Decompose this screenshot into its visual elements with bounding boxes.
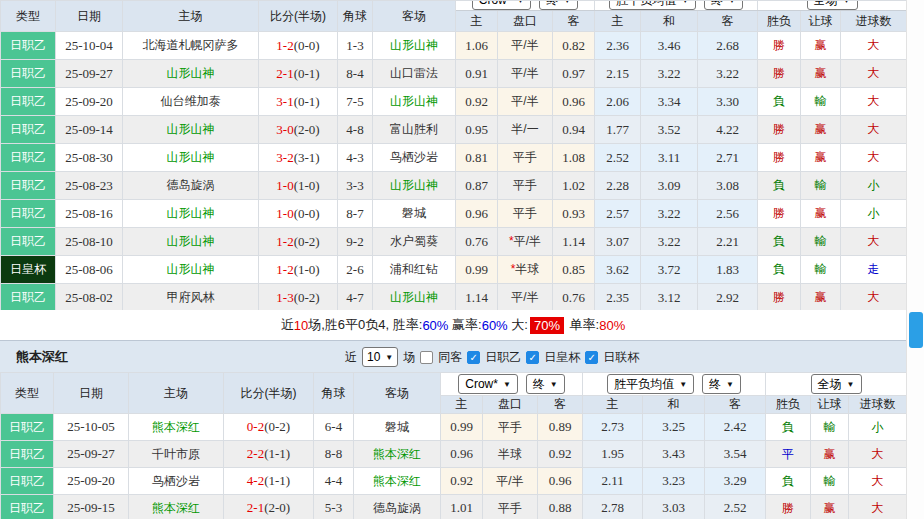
- handicap-line-cell: *半球: [498, 256, 553, 284]
- home-team-link[interactable]: 仙台维加泰: [123, 88, 259, 116]
- final-odds-select[interactable]: 终▼: [539, 1, 578, 10]
- avg-home-cell: 2.73: [583, 414, 643, 441]
- avg-odds-select[interactable]: 胜平负均值▼: [609, 1, 696, 10]
- fulltime-score: 1-2: [276, 38, 293, 53]
- avg-away-cell: 2.21: [698, 228, 758, 256]
- corners-cell: 5-3: [314, 495, 354, 519]
- home-team-link[interactable]: 山形山神: [123, 228, 259, 256]
- scrollbar-thumb[interactable]: [909, 312, 923, 348]
- table-row: 日职乙25-10-05熊本深红0-2(0-2)6-4磐城0.99平手0.892.…: [1, 414, 907, 441]
- line-text: 半球: [515, 262, 539, 276]
- handicap-line-cell: 半/一: [498, 116, 553, 144]
- away-odds-cell: 0.96: [553, 88, 595, 116]
- line-text: 平手: [513, 178, 537, 192]
- result-cell: 勝: [758, 200, 801, 228]
- avg-away-cell: 2.42: [705, 414, 766, 441]
- home-team-link[interactable]: 山形山神: [123, 200, 259, 228]
- same-away-checkbox[interactable]: [420, 351, 433, 364]
- home-team-link[interactable]: 北海道札幌冈萨多: [123, 32, 259, 60]
- line-text: 平/半: [511, 66, 538, 80]
- table-row: 日职乙25-09-20仙台维加泰3-1(0-1)7-5山形山神0.92平/半0.…: [1, 88, 907, 116]
- bookmaker-select[interactable]: Crow*▼: [472, 1, 532, 10]
- away-team-link[interactable]: 鸟栖沙岩: [373, 144, 456, 172]
- home-team-link[interactable]: 千叶市原: [129, 441, 224, 468]
- handicap-result-cell: 赢: [801, 200, 841, 228]
- home-team-link[interactable]: 鸟栖沙岩: [129, 468, 224, 495]
- away-team-link[interactable]: 熊本深红: [354, 441, 441, 468]
- col-header-line: 盘口: [498, 11, 553, 32]
- avg-draw-cell: 3.22: [641, 60, 698, 88]
- goals-result-cell: 大: [841, 144, 907, 172]
- result-cell: 負: [758, 88, 801, 116]
- avg-odds-select[interactable]: 胜平负均值▼: [607, 374, 694, 394]
- away-team-link[interactable]: 熊本深红: [354, 468, 441, 495]
- col-header-handicap: 让球: [801, 11, 841, 32]
- halftime-score: (1-1): [264, 446, 290, 461]
- home-odds-cell: 0.95: [456, 116, 498, 144]
- corners-cell: 4-4: [314, 468, 354, 495]
- summary-segment: 近: [281, 316, 294, 334]
- home-team-link[interactable]: 熊本深红: [129, 414, 224, 441]
- avg-away-cell: 2.71: [698, 144, 758, 172]
- score-cell: 1-2(1-0): [259, 256, 338, 284]
- away-team-link[interactable]: 山形山神: [373, 88, 456, 116]
- final-odds-select[interactable]: 终▼: [526, 374, 565, 394]
- emperors-cup-checkbox[interactable]: ✓: [526, 351, 539, 364]
- final-avg-select[interactable]: 终▼: [702, 374, 741, 394]
- scope-select[interactable]: 全场▼: [807, 1, 858, 10]
- chevron-down-icon: ▼: [843, 1, 851, 5]
- handicap-line-cell: 平手: [498, 200, 553, 228]
- avg-away-cell: 3.08: [698, 172, 758, 200]
- home-team-link[interactable]: 德岛旋涡: [123, 172, 259, 200]
- away-team-link[interactable]: 富山胜利: [373, 116, 456, 144]
- corners-cell: 7-5: [338, 88, 373, 116]
- table-row: 日职乙25-09-20鸟栖沙岩4-2(1-1)4-4熊本深红0.92平/半0.9…: [1, 468, 907, 495]
- handicap-result-cell: 輸: [811, 468, 849, 495]
- away-team-link[interactable]: 磐城: [354, 414, 441, 441]
- home-team-link[interactable]: 山形山神: [123, 144, 259, 172]
- avg-home-cell: 2.06: [595, 88, 641, 116]
- line-text: 平手: [513, 206, 537, 220]
- away-odds-cell: 0.92: [538, 441, 583, 468]
- away-team-link[interactable]: 磐城: [373, 200, 456, 228]
- away-team-link[interactable]: 山口雷法: [373, 60, 456, 88]
- col-header-avg-draw: 和: [641, 11, 698, 32]
- avg-home-cell: 2.36: [595, 32, 641, 60]
- fulltime-score: 2-1: [276, 66, 293, 81]
- league-cell: 日职乙: [1, 284, 56, 312]
- scrollbar-track[interactable]: [906, 0, 924, 519]
- result-cell: 勝: [758, 116, 801, 144]
- bookmaker-select[interactable]: Crow*▼: [458, 374, 518, 394]
- corners-cell: 8-8: [314, 441, 354, 468]
- match-count-select[interactable]: 10▼: [362, 347, 398, 367]
- col-header-corners: 角球: [314, 373, 354, 414]
- handicap-result-cell: 輸: [801, 256, 841, 284]
- league-cup-checkbox[interactable]: ✓: [585, 351, 598, 364]
- handicap-line-cell: 半球: [483, 441, 538, 468]
- home-team-link[interactable]: 山形山神: [123, 60, 259, 88]
- away-odds-cell: 0.97: [553, 60, 595, 88]
- away-team-link[interactable]: 山形山神: [373, 172, 456, 200]
- result-cell: 勝: [758, 60, 801, 88]
- home-team-link[interactable]: 山形山神: [123, 256, 259, 284]
- away-team-link[interactable]: 德岛旋涡: [354, 495, 441, 519]
- league-j2-checkbox[interactable]: ✓: [467, 351, 480, 364]
- date-cell: 25-09-20: [54, 468, 129, 495]
- away-team-link[interactable]: 山形山神: [373, 32, 456, 60]
- scope-select[interactable]: 全场▼: [811, 374, 862, 394]
- away-team-link[interactable]: 水户蜀葵: [373, 228, 456, 256]
- chevron-down-icon: ▼: [726, 380, 734, 389]
- home-team-link[interactable]: 甲府风林: [123, 284, 259, 312]
- away-team-link[interactable]: 浦和红钻: [373, 256, 456, 284]
- line-text: 半/一: [511, 122, 538, 136]
- summary-segment: 赢率:: [448, 316, 481, 334]
- home-team-link[interactable]: 熊本深红: [129, 495, 224, 519]
- goals-result-cell: 小: [841, 172, 907, 200]
- away-team-link[interactable]: 山形山神: [373, 284, 456, 312]
- summary-segment: 单率:: [566, 316, 599, 334]
- goals-result-cell: 小: [841, 200, 907, 228]
- final-avg-select[interactable]: 终▼: [704, 1, 743, 10]
- corners-cell: 9-2: [338, 228, 373, 256]
- col-header-line: 盘口: [483, 396, 538, 414]
- home-team-link[interactable]: 山形山神: [123, 116, 259, 144]
